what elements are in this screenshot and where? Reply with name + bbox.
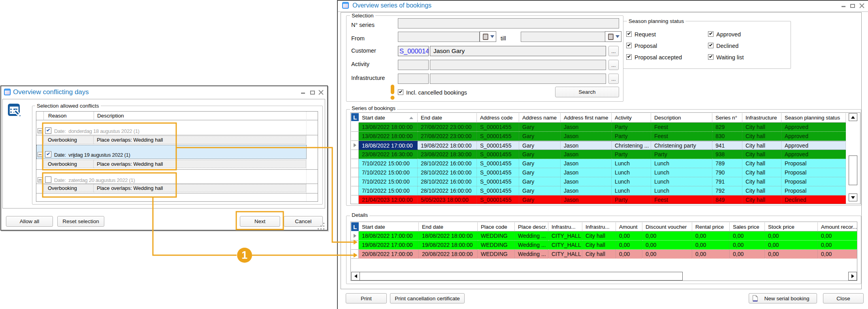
svg-text:1: 1: [241, 249, 247, 261]
